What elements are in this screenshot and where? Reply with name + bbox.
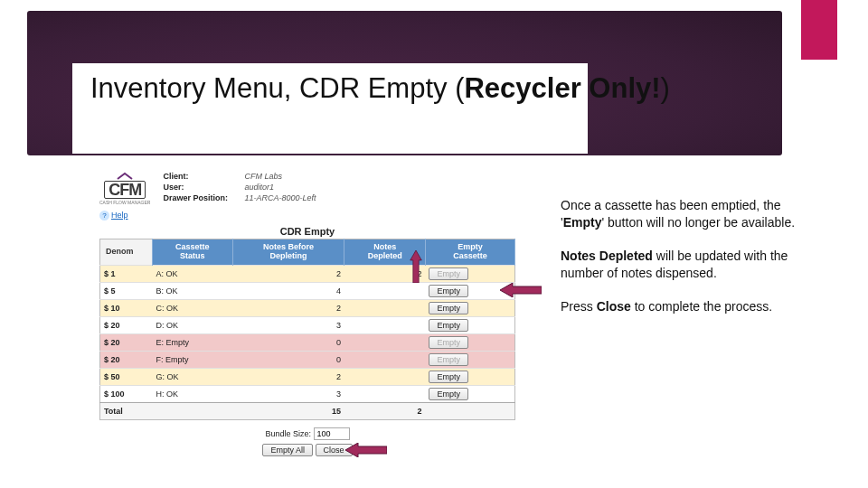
cell-denom: $ 50 [100,368,153,385]
cell-notes-depleted [344,316,426,333]
slide-sidebar-text: Once a cassette has been emptied, the 'E… [561,197,823,331]
cell-empty-button: Empty [425,351,514,368]
cell-notes-before: 0 [232,333,344,351]
client-value: CFM Labs [244,172,282,181]
cell-notes-before: 4 [232,282,344,299]
cell-notes-depleted [344,385,426,402]
total-label: Total [100,402,153,419]
svg-marker-1 [500,283,542,297]
slide-title-plain: Inventory Menu, CDR Empty ( [90,72,464,104]
chevron-up-icon [115,172,135,181]
sidebar-para-3: Press Close to complete the process. [561,298,823,315]
sidebar-para-2: Notes Depleted will be updated with the … [561,248,823,282]
empty-button[interactable]: Empty [429,285,468,297]
cell-status: F: Empty [153,351,233,368]
cell-notes-before: 2 [232,299,344,316]
empty-button: Empty [429,353,468,366]
client-info-block: Client: CFM Labs User: auditor1 Drawer P… [163,172,316,202]
cell-notes-depleted [344,282,426,299]
table-row: $ 20E: Empty0Empty [100,333,515,351]
cell-denom: $ 20 [100,333,153,351]
cell-empty-button: Empty [425,316,514,333]
logo-subtitle: CASH FLOW MANAGER [99,200,150,205]
cell-denom: $ 20 [100,316,153,333]
cell-status: A: OK [153,265,233,282]
table-row: $ 20D: OK3Empty [100,316,515,333]
table-row: $ 5B: OK4Empty [100,282,515,299]
cdr-table: Denom CassetteStatus Notes BeforeDepleti… [99,239,515,420]
total-depleted: 2 [344,402,426,419]
panel-title: CDR Empty [99,226,515,237]
total-row: Total 15 2 [100,402,515,419]
cell-denom: $ 20 [100,351,153,368]
accent-tab [801,0,837,60]
header-row: Denom CassetteStatus Notes BeforeDepleti… [100,239,515,266]
table-row: $ 1A: OK22Empty [100,265,515,282]
logo-text: CFM [104,181,146,199]
col-notes-before: Notes BeforeDepleting [232,239,344,266]
drawer-value: 11-ARCA-8000-Left [244,193,316,202]
cell-notes-before: 3 [232,316,344,333]
arrow-callout-close [345,443,387,457]
col-denom: Denom [100,239,153,266]
table-row: $ 50G: OK2Empty [100,368,515,385]
bundle-size-input[interactable] [314,427,350,440]
cell-notes-depleted [344,333,426,351]
bundle-label: Bundle Size: [265,429,311,438]
cell-notes-depleted [344,368,426,385]
bottom-controls: Bundle Size: Empty All Close [99,427,515,456]
cell-status: C: OK [153,299,233,316]
cell-status: G: OK [153,368,233,385]
cell-notes-depleted [344,299,426,316]
cell-empty-button: Empty [425,333,514,351]
table-body: $ 1A: OK22Empty$ 5B: OK4Empty$ 10C: OK2E… [100,265,515,402]
user-value: auditor1 [244,183,274,192]
cell-status: E: Empty [153,333,233,351]
empty-button: Empty [429,267,468,280]
slide-title-bold: Recycler Only! [464,72,660,104]
arrow-callout-column [410,250,422,283]
total-before: 15 [232,402,344,419]
svg-marker-2 [345,443,387,457]
cell-notes-before: 3 [232,385,344,402]
cell-denom: $ 1 [100,265,153,282]
cell-denom: $ 5 [100,282,153,299]
cell-empty-button: Empty [425,368,514,385]
app-logo: CFM CASH FLOW MANAGER [99,172,150,205]
table-row: $ 10C: OK2Empty [100,299,515,316]
app-screenshot: CFM CASH FLOW MANAGER Client: CFM Labs U… [99,172,515,456]
help-link-text[interactable]: Help [111,211,128,220]
help-icon: ? [99,211,109,221]
col-cassette-status: CassetteStatus [153,239,233,266]
app-header: CFM CASH FLOW MANAGER Client: CFM Labs U… [99,172,515,205]
cell-empty-button: Empty [425,385,514,402]
slide-title: Inventory Menu, CDR Empty (Recycler Only… [90,72,670,105]
cell-notes-depleted [344,351,426,368]
empty-all-button[interactable]: Empty All [262,444,313,456]
empty-button[interactable]: Empty [429,302,468,314]
cell-status: D: OK [153,316,233,333]
arrow-callout-row [500,283,542,297]
cell-empty-button: Empty [425,299,514,316]
slide-title-tail: ) [661,72,670,104]
cell-status: H: OK [153,385,233,402]
table-row: $ 20F: Empty0Empty [100,351,515,368]
col-empty-cassette: EmptyCassette [425,239,514,266]
user-label: User: [163,183,244,192]
cell-status: B: OK [153,282,233,299]
empty-button[interactable]: Empty [429,319,468,332]
svg-marker-0 [410,250,422,283]
help-link[interactable]: ?Help [99,211,515,221]
cell-notes-before: 0 [232,351,344,368]
sidebar-para-1: Once a cassette has been emptied, the 'E… [561,197,823,231]
empty-button: Empty [429,336,468,349]
client-label: Client: [163,172,244,181]
cell-notes-before: 2 [232,265,344,282]
empty-button[interactable]: Empty [429,388,468,400]
cell-notes-before: 2 [232,368,344,385]
table-row: $ 100H: OK3Empty [100,385,515,402]
empty-button[interactable]: Empty [429,371,468,383]
cell-empty-button: Empty [425,265,514,282]
drawer-label: Drawer Position: [163,193,244,202]
cell-denom: $ 100 [100,385,153,402]
